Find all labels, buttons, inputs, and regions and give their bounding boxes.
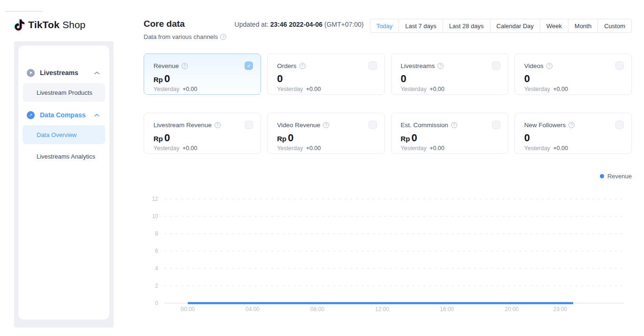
help-icon[interactable]: ? xyxy=(437,63,444,69)
help-icon[interactable]: ? xyxy=(182,63,188,69)
help-icon[interactable]: ? xyxy=(568,122,575,128)
metric-value: 0 xyxy=(524,132,530,144)
sidebar-item-livestream-products[interactable]: Livestream Products xyxy=(23,83,105,102)
chevron-up-icon xyxy=(94,71,100,75)
range-tab-last-7-days[interactable]: Last 7 days xyxy=(399,19,443,32)
metric-compare-row: Yesterday +0.00 xyxy=(153,145,253,152)
metric-card-header: Orders ? xyxy=(277,61,376,70)
sidebar-nav-card: Livestreams Livestream Products ↗ Data C… xyxy=(18,46,109,320)
legend-dot-icon xyxy=(600,174,604,178)
sidebar-item-livestreams-analytics[interactable]: Livestreams Analytics xyxy=(23,147,105,166)
help-icon[interactable]: ? xyxy=(451,122,457,128)
compare-delta: +0.00 xyxy=(429,145,445,152)
top-divider xyxy=(5,11,43,12)
updated-value: 23:46 2022-04-06 xyxy=(270,21,322,28)
metric-cards: Revenue ? ✓ Rp 0 Yesterday +0.00 Orders … xyxy=(144,53,632,154)
revenue-chart-canvas[interactable]: 02468101200:0004:0008:0012:0016:0020:002… xyxy=(141,183,632,320)
compare-delta: +0.00 xyxy=(183,86,198,92)
data-compass-icon: ↗ xyxy=(27,111,35,119)
title-block: Core data Data from various channels ? xyxy=(144,19,226,40)
metric-card-header: Videos ? xyxy=(524,61,624,70)
svg-text:0: 0 xyxy=(155,300,158,306)
svg-text:04:00: 04:00 xyxy=(245,306,260,313)
metric-card-header: Est. Commission ? xyxy=(401,121,500,129)
metric-card[interactable]: Orders ? 0 Yesterday +0.00 xyxy=(267,53,384,95)
metric-card-header: Livestreams ? xyxy=(401,61,500,70)
help-icon[interactable]: ? xyxy=(546,63,552,69)
metric-value-row: Rp 0 xyxy=(401,132,500,144)
chevron-up-icon xyxy=(94,114,100,117)
page-title: Core data xyxy=(144,19,226,29)
range-tabs: TodayLast 7 daysLast 28 daysCalendar Day… xyxy=(370,19,632,33)
metric-card[interactable]: Video Revenue ? Rp 0 Yesterday +0.00 xyxy=(267,113,384,154)
metric-value: 0 xyxy=(277,73,283,84)
metric-value-row: 0 xyxy=(524,132,624,144)
metric-checkbox[interactable] xyxy=(492,61,500,70)
sidebar-item-label: Data Overview xyxy=(37,131,77,138)
metric-value: 0 xyxy=(401,73,407,84)
metric-compare-row: Yesterday +0.00 xyxy=(524,145,624,152)
sidebar-item-data-overview[interactable]: Data Overview xyxy=(23,125,105,144)
metric-card[interactable]: Videos ? 0 Yesterday +0.00 xyxy=(514,53,632,95)
metric-checkbox[interactable] xyxy=(615,121,624,129)
sidebar-group-label: Livestreams xyxy=(40,69,94,76)
metric-checkbox[interactable] xyxy=(492,121,500,129)
svg-text:8: 8 xyxy=(155,230,158,237)
metric-value: 0 xyxy=(164,132,170,144)
metric-checkbox[interactable] xyxy=(368,61,377,70)
range-tab-calendar-day[interactable]: Calendar Day xyxy=(490,19,540,32)
sidebar-item-label: Livestream Products xyxy=(37,89,92,96)
metric-card[interactable]: Livestreams ? 0 Yesterday +0.00 xyxy=(391,53,508,95)
brand-suffix: Shop xyxy=(62,19,85,31)
metric-card[interactable]: Livestream Revenue ? Rp 0 Yesterday +0.0… xyxy=(144,113,261,154)
tiktok-note-icon xyxy=(14,19,25,31)
svg-text:23:00: 23:00 xyxy=(553,306,567,313)
metric-checkbox[interactable] xyxy=(368,121,377,129)
metric-value: 0 xyxy=(524,73,530,84)
metric-value: 0 xyxy=(412,132,418,144)
metric-value-row: 0 xyxy=(524,73,624,84)
range-tab-custom[interactable]: Custom xyxy=(598,19,631,32)
metric-compare-row: Yesterday +0.00 xyxy=(401,86,500,92)
metric-value-row: Rp 0 xyxy=(277,132,376,144)
svg-text:20:00: 20:00 xyxy=(505,306,519,313)
range-tab-week[interactable]: Week xyxy=(540,19,568,32)
sidebar-group-livestreams[interactable]: Livestreams xyxy=(23,62,105,83)
range-tab-today[interactable]: Today xyxy=(370,19,399,32)
metric-card-header: Video Revenue ? xyxy=(277,121,376,129)
metric-card[interactable]: New Followers ? 0 Yesterday +0.00 xyxy=(514,113,632,154)
metric-checkbox[interactable]: ✓ xyxy=(245,61,253,70)
metric-compare-row: Yesterday +0.00 xyxy=(277,86,376,92)
page-header: Core data Data from various channels ? U… xyxy=(144,19,632,40)
updated-prefix: Updated at: xyxy=(235,21,268,28)
metric-compare-row: Yesterday +0.00 xyxy=(401,145,500,152)
help-icon[interactable]: ? xyxy=(299,63,306,69)
revenue-chart[interactable]: 02468101200:0004:0008:0012:0016:0020:002… xyxy=(141,183,632,321)
compare-label: Yesterday xyxy=(401,145,427,152)
compare-label: Yesterday xyxy=(277,145,303,152)
help-icon[interactable]: ? xyxy=(215,122,221,128)
metric-card[interactable]: Est. Commission ? Rp 0 Yesterday +0.00 xyxy=(391,113,508,154)
metric-label: Videos xyxy=(524,62,544,69)
tiktok-shop-logo[interactable]: TikTok Shop xyxy=(14,19,85,31)
metric-value: 0 xyxy=(288,132,294,144)
metric-card-header: Livestream Revenue ? xyxy=(153,121,253,129)
metric-checkbox[interactable] xyxy=(245,121,253,129)
chart-legend[interactable]: Revenue xyxy=(144,173,632,180)
sidebar-group-data-compass[interactable]: ↗ Data Compass xyxy=(23,105,105,125)
compare-delta: +0.00 xyxy=(553,86,568,92)
metric-label: Revenue xyxy=(153,62,179,69)
metric-compare-row: Yesterday +0.00 xyxy=(524,86,624,92)
compare-delta: +0.00 xyxy=(183,145,198,152)
metric-checkbox[interactable] xyxy=(615,61,624,70)
help-icon[interactable]: ? xyxy=(323,122,329,128)
metric-label: New Followers xyxy=(524,122,566,129)
metric-card[interactable]: Revenue ? ✓ Rp 0 Yesterday +0.00 xyxy=(144,53,261,95)
help-icon[interactable]: ? xyxy=(220,34,226,40)
range-tab-last-28-days[interactable]: Last 28 days xyxy=(443,19,490,32)
currency-prefix: Rp xyxy=(401,135,410,143)
sidebar: Livestreams Livestream Products ↗ Data C… xyxy=(14,41,114,328)
svg-text:08:00: 08:00 xyxy=(310,306,324,313)
range-tab-month[interactable]: Month xyxy=(568,19,598,32)
metric-label: Video Revenue xyxy=(277,122,320,129)
